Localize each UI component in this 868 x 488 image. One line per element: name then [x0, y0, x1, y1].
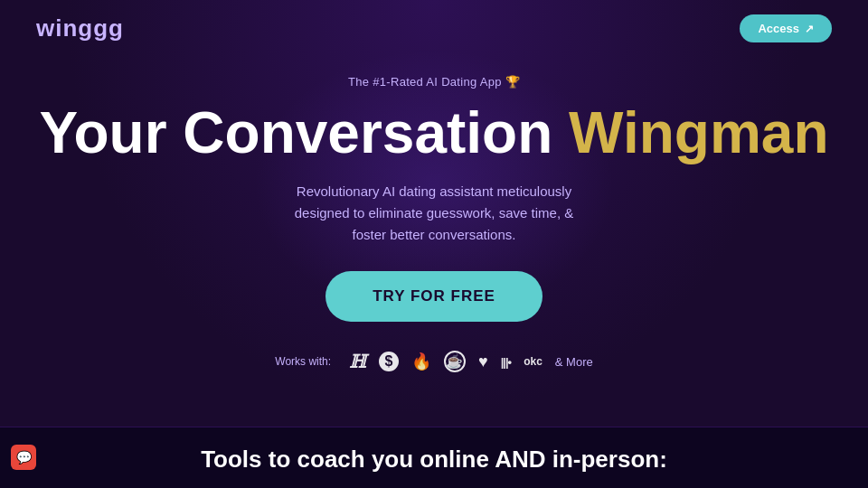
- hero-section: The #1-Rated AI Dating App 🏆 Your Conver…: [0, 57, 868, 372]
- works-with-section: Works with: ℍ $ 🔥 ☕ ♥ |||• okc & More: [0, 351, 868, 372]
- access-button[interactable]: Access: [740, 14, 832, 42]
- okcupid-icon: okc: [524, 355, 542, 368]
- hinge-heart-icon: ♥: [478, 352, 488, 371]
- match-icon: |||•: [501, 355, 511, 369]
- coffee-meets-bagel-icon: ☕: [444, 351, 466, 372]
- hero-description: Revolutionary AI dating assistant meticu…: [280, 181, 588, 246]
- try-for-free-button[interactable]: TRY FOR FREE: [326, 271, 542, 322]
- logo-text: winggg: [36, 14, 124, 42]
- works-with-label: Works with:: [275, 355, 331, 368]
- bottom-section: Tools to coach you online AND in-person:: [0, 427, 868, 488]
- bumble-icon: $: [379, 352, 399, 371]
- tinder-icon: 🔥: [411, 352, 431, 371]
- hero-title-gold: Wingman: [569, 100, 828, 165]
- bottom-title: Tools to coach you online AND in-person:: [36, 446, 832, 474]
- logo: winggg: [36, 14, 124, 42]
- hero-title: Your Conversation Wingman: [0, 101, 868, 164]
- hinge-icon: ℍ: [349, 351, 366, 372]
- chat-icon: 💬: [16, 450, 32, 465]
- more-label: & More: [555, 355, 593, 369]
- hero-title-white: Your Conversation: [40, 100, 553, 165]
- chat-widget[interactable]: 💬: [11, 445, 36, 470]
- tagline: The #1-Rated AI Dating App 🏆: [0, 75, 868, 89]
- platform-icons: ℍ $ 🔥 ☕ ♥ |||• okc & More: [349, 351, 593, 372]
- navbar: winggg Access: [0, 0, 868, 57]
